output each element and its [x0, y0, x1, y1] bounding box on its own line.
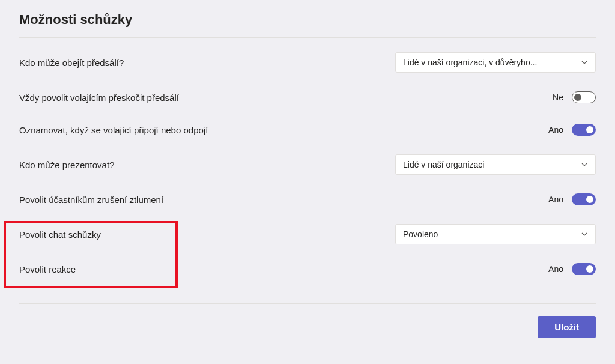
chevron-down-icon [581, 59, 588, 66]
divider [19, 37, 596, 38]
callers-bypass-toggle[interactable] [572, 91, 596, 103]
option-row-bypass-lobby: Kdo může obejít předsálí? Lidé v naší or… [19, 44, 596, 81]
toggle-state-label: Ano [548, 125, 563, 135]
option-label: Povolit účastníkům zrušení ztlumení [19, 195, 163, 205]
announce-toggle[interactable] [572, 124, 596, 136]
option-label: Vždy povolit volajícím přeskočit předsál… [19, 93, 179, 103]
footer: Uložit [19, 303, 596, 338]
option-label: Oznamovat, když se volající připojí nebo… [19, 125, 208, 135]
toggle-state-label: Ano [548, 264, 563, 274]
option-label: Kdo může prezentovat? [19, 160, 114, 170]
page-title: Možnosti schůzky [19, 12, 596, 28]
chevron-down-icon [581, 161, 588, 168]
chevron-down-icon [581, 231, 588, 238]
option-row-presenter: Kdo může prezentovat? Lidé v naší organi… [19, 146, 596, 183]
select-value: Lidé v naší organizaci [403, 160, 484, 169]
option-row-unmute: Povolit účastníkům zrušení ztlumení Ano [19, 183, 596, 216]
bypass-lobby-select[interactable]: Lidé v naší organizaci, v důvěryho... [395, 52, 596, 73]
select-value: Lidé v naší organizaci, v důvěryho... [403, 58, 537, 67]
presenter-select[interactable]: Lidé v naší organizaci [395, 154, 596, 175]
chat-select[interactable]: Povoleno [395, 224, 596, 244]
option-row-announce: Oznamovat, když se volající připojí nebo… [19, 114, 596, 146]
option-label: Povolit reakce [19, 264, 76, 275]
option-row-callers-bypass: Vždy povolit volajícím přeskočit předsál… [19, 81, 596, 114]
option-row-chat: Povolit chat schůzky Povoleno [19, 216, 596, 253]
select-value: Povoleno [403, 229, 438, 239]
option-label: Kdo může obejít předsálí? [19, 58, 124, 68]
unmute-toggle[interactable] [572, 193, 596, 205]
option-row-reactions: Povolit reakce Ano [19, 253, 596, 285]
toggle-state-label: Ne [553, 93, 563, 102]
reactions-toggle[interactable] [572, 263, 596, 275]
save-button[interactable]: Uložit [538, 316, 596, 338]
option-label: Povolit chat schůzky [19, 229, 101, 240]
toggle-state-label: Ano [548, 195, 563, 204]
